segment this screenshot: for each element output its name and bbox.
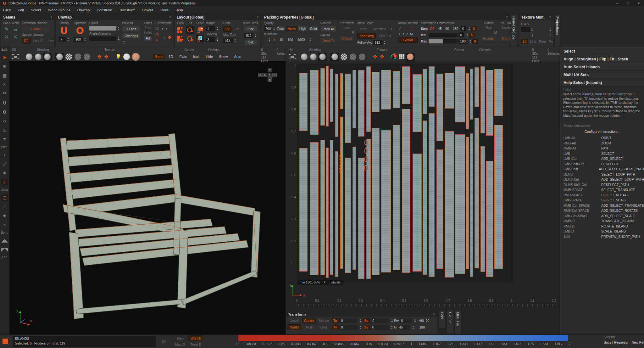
- uv-island[interactable]: [402, 109, 410, 273]
- uv-island-dot[interactable]: [339, 159, 341, 160]
- shading-wire-shaded-icon[interactable]: [318, 53, 327, 61]
- uv-island[interactable]: [345, 74, 351, 143]
- stepper-icon[interactable]: ▲▼: [84, 37, 86, 42]
- uv-island[interactable]: [299, 73, 308, 131]
- uv-island[interactable]: [475, 67, 479, 107]
- uv-island[interactable]: [393, 71, 400, 108]
- horizontal-constraint-icon[interactable]: ⟷: [162, 26, 168, 31]
- uv-island[interactable]: [358, 70, 364, 137]
- uv-canvas[interactable]: [297, 65, 513, 282]
- fill-button[interactable]: Fill: [144, 36, 152, 41]
- unfold-value[interactable]: 7: [59, 37, 66, 42]
- uv-island-ring[interactable]: [364, 148, 368, 154]
- unfold-icon[interactable]: U: [60, 26, 68, 36]
- menu-item[interactable]: Layout: [142, 8, 153, 12]
- v-mult-value[interactable]: 1: [532, 33, 534, 37]
- uv-island[interactable]: [423, 69, 427, 114]
- max-g-button[interactable]: G: [472, 39, 478, 44]
- uv-island[interactable]: [381, 70, 391, 109]
- quality-option-button[interactable]: Gold: [308, 26, 319, 31]
- uv-island-dot[interactable]: [339, 168, 341, 170]
- uv-island[interactable]: [320, 68, 325, 126]
- pick-button[interactable]: Pick: [244, 26, 258, 32]
- weld-icon[interactable]: ∞: [12, 26, 19, 32]
- rotate-lock-icon[interactable]: [389, 53, 398, 60]
- shading-wire-shaded-icon[interactable]: [43, 53, 52, 61]
- step-option-button[interactable]: 90: [444, 26, 450, 31]
- uv-island[interactable]: [466, 137, 469, 270]
- mutations-option-button[interactable]: 1: [272, 37, 277, 42]
- stepper-icon[interactable]: ▲▼: [469, 39, 471, 43]
- stepper-icon[interactable]: ▲▼: [254, 33, 257, 38]
- stepper-icon[interactable]: ▲▼: [273, 26, 275, 31]
- uv-island[interactable]: [466, 73, 469, 129]
- viewport-3d[interactable]: 3D Shading Texture Center Options 0 3Ds …: [9, 47, 286, 334]
- min-g-button[interactable]: G: [469, 33, 475, 37]
- center-selection-icon[interactable]: ✥: [103, 54, 110, 60]
- texture-none-icon[interactable]: [330, 53, 339, 61]
- texel-value[interactable]: 512: [244, 33, 253, 38]
- shield-icon[interactable]: ☂: [1, 136, 8, 143]
- help-icon[interactable]: ?: [433, 313, 435, 316]
- optimize-o-icon[interactable]: O: [1, 109, 8, 115]
- texture-none-icon[interactable]: [55, 53, 64, 61]
- menu-item[interactable]: Edit: [18, 8, 24, 12]
- frame-all-icon[interactable]: [288, 53, 297, 60]
- menu-item[interactable]: Tools: [160, 8, 169, 12]
- display-off-button[interactable]: Off: [160, 339, 169, 344]
- mutations-option-button[interactable]: 10: [278, 37, 285, 42]
- optimize-icon[interactable]: O: [76, 26, 84, 36]
- stepper-icon[interactable]: ▲▼: [268, 37, 270, 42]
- mirror-icon[interactable]: ◢◣: [1, 237, 8, 244]
- texture-checker-icon[interactable]: [339, 53, 348, 61]
- sv-badge[interactable]: Sv: [363, 325, 370, 330]
- uv-island[interactable]: [320, 140, 325, 275]
- uv-island[interactable]: [330, 140, 333, 274]
- texture-checker-icon[interactable]: [64, 53, 73, 61]
- center-button[interactable]: Center: [302, 318, 316, 323]
- multi-button[interactable]: Multi: [302, 324, 316, 330]
- marquee-select-icon[interactable]: ⊞: [1, 63, 8, 70]
- topo-button[interactable]: Topo: [174, 335, 186, 341]
- uv-island[interactable]: [326, 148, 329, 278]
- island-color-icon[interactable]: [131, 53, 140, 61]
- texture-grid1-icon[interactable]: [73, 53, 82, 61]
- circle-select-icon[interactable]: ○: [1, 222, 8, 228]
- angles-lengths-slider[interactable]: [89, 36, 116, 41]
- uv-island[interactable]: [353, 147, 356, 269]
- uv-island[interactable]: [381, 130, 391, 272]
- quality-value[interactable]: 200: [264, 26, 271, 31]
- pack-icon[interactable]: [176, 26, 185, 34]
- mouse-button[interactable]: Mouse: [317, 318, 331, 323]
- uv-tile-tab[interactable]: UV Tile: [447, 310, 453, 334]
- uv-island[interactable]: [310, 70, 319, 135]
- backface-icon[interactable]: [122, 53, 131, 61]
- unconstrain-icon[interactable]: ✥: [168, 35, 171, 40]
- texture-mult-swatch[interactable]: [521, 27, 530, 32]
- center-view-icon[interactable]: ✥: [372, 54, 379, 60]
- filter-button[interactable]: Isol.: [191, 54, 202, 59]
- help-icon[interactable]: ?: [50, 16, 52, 19]
- follow-avg-label[interactable]: Follow Avg: [357, 41, 372, 44]
- in-value[interactable]: 45: [397, 325, 410, 330]
- min-slider[interactable]: [429, 33, 458, 37]
- local-button[interactable]: Local: [287, 318, 301, 323]
- x2-icon[interactable]: x2: [1, 118, 8, 124]
- stepper-icon[interactable]: ▲▼: [118, 36, 120, 41]
- uv-island[interactable]: [340, 117, 343, 269]
- optimize-value[interactable]: 900: [74, 37, 83, 42]
- specified-td-button[interactable]: Specified T.D.: [370, 26, 395, 32]
- uv-island[interactable]: [353, 70, 356, 128]
- uv-island[interactable]: [436, 74, 443, 141]
- shading-flat-icon[interactable]: [25, 53, 34, 61]
- margin-value[interactable]: 1: [206, 26, 215, 31]
- update-off-button[interactable]: Off: [22, 38, 31, 43]
- uv-island[interactable]: [310, 142, 319, 275]
- step-option-button[interactable]: 45: [437, 26, 443, 31]
- ratio-button[interactable]: 1:1: [521, 39, 528, 44]
- u-mult-value[interactable]: 1: [531, 28, 533, 31]
- tv-value[interactable]: 0: [340, 325, 358, 330]
- rotate-180-button[interactable]: 180: [419, 326, 425, 329]
- configure-interaction-link[interactable]: Configure Interaction...: [560, 129, 644, 135]
- rw-value[interactable]: 0: [400, 318, 412, 323]
